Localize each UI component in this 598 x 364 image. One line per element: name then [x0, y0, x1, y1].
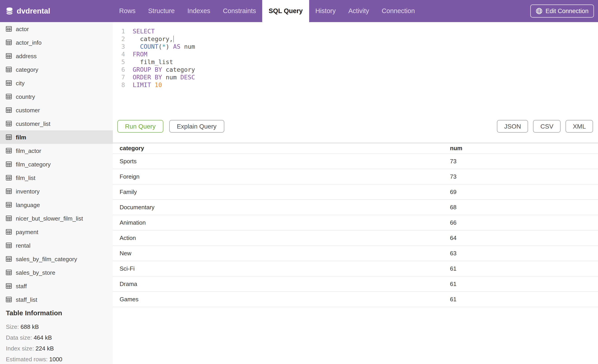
result-num-cell: 69	[443, 184, 598, 200]
sidebar-table-item[interactable]: rental	[0, 239, 113, 252]
sidebar-table-item[interactable]: category	[0, 63, 113, 76]
sidebar-table-item[interactable]: customer_list	[0, 117, 113, 130]
table-name: payment	[16, 228, 38, 235]
main-panel: 1SELECT2 category,3 COUNT(*) AS num4FROM…	[113, 22, 598, 364]
nav-tab[interactable]: Indexes	[181, 0, 217, 22]
sidebar-table-item[interactable]: sales_by_store	[0, 266, 113, 279]
sidebar-table-item[interactable]: staff	[0, 279, 113, 293]
nav-tab[interactable]: Rows	[113, 0, 142, 22]
table-name: staff	[16, 283, 27, 289]
stat-value: 1000	[49, 356, 62, 363]
export-button[interactable]: XML	[565, 120, 593, 133]
stat-label: Size:	[6, 324, 19, 330]
sidebar-table-item[interactable]: city	[0, 76, 113, 90]
table-grid-icon	[6, 26, 12, 32]
stat-label: Estimated rows:	[6, 356, 48, 363]
table-grid-icon	[6, 202, 12, 208]
table-grid-icon	[6, 107, 12, 113]
nav-tab[interactable]: Structure	[142, 0, 181, 22]
result-num-cell: 73	[443, 169, 598, 184]
run-query-button[interactable]: Run Query	[117, 120, 163, 133]
sidebar-table-item[interactable]: film	[0, 130, 113, 144]
table-name: film_category	[16, 161, 51, 168]
stat-label: Index size:	[6, 345, 34, 352]
stat-value: 464 kB	[34, 334, 52, 341]
database-name: dvdrental	[17, 7, 50, 15]
table-name: inventory	[16, 188, 40, 195]
sidebar-table-item[interactable]: language	[0, 198, 113, 211]
top-navbar: dvdrental Rows Structure Indexes Constra…	[0, 0, 598, 22]
sql-editor[interactable]: 1SELECT2 category,3 COUNT(*) AS num4FROM…	[113, 22, 598, 89]
result-num-cell: 66	[443, 215, 598, 230]
database-brand: dvdrental	[0, 0, 113, 22]
result-row: Sports 73	[113, 154, 598, 169]
result-num-cell: 61	[443, 291, 598, 307]
result-category-cell: Documentary	[113, 200, 443, 215]
table-grid-icon	[6, 175, 12, 180]
export-button[interactable]: CSV	[533, 120, 561, 133]
table-grid-icon	[6, 148, 12, 153]
table-name: category	[16, 66, 38, 73]
result-num-cell: 63	[443, 246, 598, 261]
sidebar-table-item[interactable]: customer	[0, 103, 113, 117]
sidebar-table-item[interactable]: address	[0, 49, 113, 63]
edit-connection-button[interactable]: Edit Connection	[530, 5, 594, 18]
sidebar-table-item[interactable]: sales_by_film_category	[0, 252, 113, 266]
nav-tab[interactable]: Activity	[342, 0, 375, 22]
table-list: actor actor_info	[0, 22, 113, 306]
table-grid-icon	[6, 53, 12, 59]
table-grid-icon	[6, 121, 12, 126]
result-num-cell: 64	[443, 230, 598, 246]
sidebar-table-item[interactable]: actor	[0, 22, 113, 36]
stat-label: Data size:	[6, 334, 32, 341]
result-num-cell: 61	[443, 276, 598, 291]
table-grid-icon	[6, 162, 12, 167]
table-information-title: Table Information	[6, 309, 113, 317]
result-category-cell: Animation	[113, 215, 443, 230]
result-category-cell: Games	[113, 291, 443, 307]
table-grid-icon	[6, 283, 12, 289]
export-button[interactable]: JSON	[497, 120, 528, 133]
table-info-stat: Data size: 464 kB	[6, 334, 113, 341]
results-table: category num Sports 73 Foreign 73	[113, 143, 598, 307]
sidebar-table-item[interactable]: nicer_but_slower_film_list	[0, 211, 113, 225]
result-row: Sci-Fi 61	[113, 261, 598, 276]
explain-query-button[interactable]: Explain Query	[169, 120, 224, 133]
export-buttons: JSON CSV XML	[497, 120, 593, 133]
sidebar-table-item[interactable]: film_category	[0, 157, 113, 171]
sidebar-table-item[interactable]: country	[0, 90, 113, 103]
sidebar-table-item[interactable]: actor_info	[0, 36, 113, 49]
nav-tab[interactable]: History	[309, 0, 342, 22]
database-icon	[6, 7, 13, 15]
result-row: New 63	[113, 246, 598, 261]
sidebar-table-item[interactable]: film_actor	[0, 144, 113, 157]
table-name: film_actor	[16, 147, 41, 154]
result-category-cell: Action	[113, 230, 443, 246]
stat-value: 688 kB	[21, 324, 39, 330]
table-name: film_list	[16, 174, 35, 181]
sidebar-table-item[interactable]: film_list	[0, 171, 113, 185]
table-grid-icon	[6, 270, 12, 275]
result-category-cell: Sports	[113, 154, 443, 169]
result-row: Action 64	[113, 230, 598, 246]
table-name: country	[16, 93, 35, 100]
nav-tab[interactable]: Connection	[375, 0, 421, 22]
stat-value: 224 kB	[36, 345, 54, 352]
result-num-cell: 68	[443, 200, 598, 215]
sidebar-table-item[interactable]: inventory	[0, 185, 113, 198]
nav-tab[interactable]: SQL Query	[262, 0, 309, 22]
sidebar-table-item[interactable]: payment	[0, 225, 113, 239]
result-row: Games 61	[113, 291, 598, 307]
app-window: dvdrental Rows Structure Indexes Constra…	[0, 0, 598, 364]
table-grid-icon	[6, 256, 12, 262]
table-grid-icon	[6, 216, 12, 221]
table-grid-icon	[6, 243, 12, 248]
nav-tab[interactable]: Constraints	[217, 0, 262, 22]
table-name: nicer_but_slower_film_list	[16, 215, 83, 222]
table-grid-icon	[6, 134, 12, 140]
result-row: Family 69	[113, 184, 598, 200]
result-row: Animation 66	[113, 215, 598, 230]
sidebar-table-item[interactable]: staff_list	[0, 293, 113, 306]
table-grid-icon	[6, 67, 12, 72]
table-name: actor	[16, 25, 29, 32]
